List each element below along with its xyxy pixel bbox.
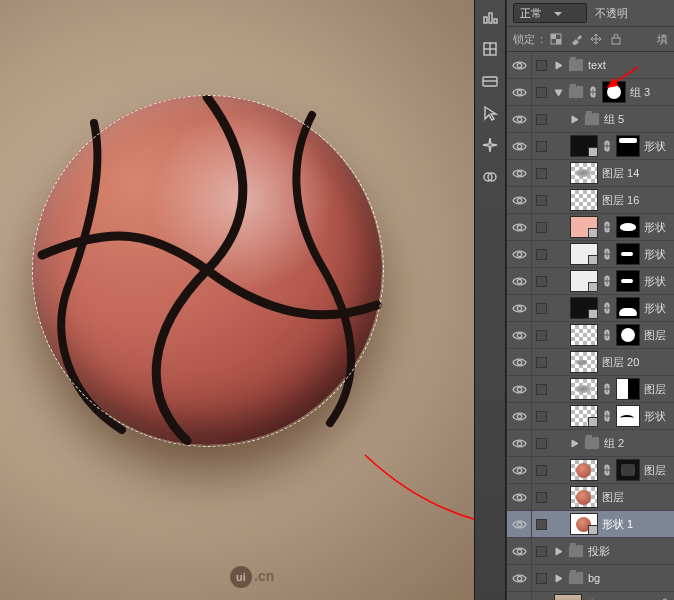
link-icon (602, 460, 612, 480)
visibility-eye-icon[interactable] (507, 187, 532, 213)
layer-row[interactable]: 形状 (507, 403, 674, 430)
layer-row[interactable]: 组 2 (507, 430, 674, 457)
layer-checkbox[interactable] (532, 303, 550, 314)
layer-checkbox[interactable] (532, 357, 550, 368)
disclosure-arrow-icon[interactable] (570, 114, 580, 124)
layer-checkbox[interactable] (532, 114, 550, 125)
layer-checkbox[interactable] (532, 87, 550, 98)
lock-move-icon[interactable] (588, 32, 603, 47)
mask-thumbnail (616, 243, 640, 265)
layer-thumbnail (570, 297, 598, 319)
visibility-eye-icon[interactable] (507, 430, 532, 456)
layer-checkbox[interactable] (532, 276, 550, 287)
svg-point-15 (517, 90, 521, 94)
layer-name: 形状 (644, 220, 666, 235)
layer-row[interactable]: 图层 16 (507, 187, 674, 214)
layer-row[interactable]: 投影 (507, 538, 674, 565)
visibility-eye-icon[interactable] (507, 52, 532, 78)
visibility-eye-icon[interactable] (507, 349, 532, 375)
visibility-eye-icon[interactable] (507, 403, 532, 429)
layer-checkbox[interactable] (532, 249, 550, 260)
dock-cursor-icon[interactable] (479, 102, 501, 124)
layer-row[interactable]: 图层 20 (507, 349, 674, 376)
visibility-eye-icon[interactable] (507, 592, 532, 600)
lock-all-icon[interactable] (608, 32, 623, 47)
layer-row[interactable]: bg (507, 565, 674, 592)
visibility-eye-icon[interactable] (507, 295, 532, 321)
layer-row[interactable]: 形状 (507, 295, 674, 322)
layer-checkbox[interactable] (532, 546, 550, 557)
layer-checkbox[interactable] (532, 519, 550, 530)
layers-list[interactable]: text组 3组 5形状图层 14图层 16形状形状形状形状图层图层 20图层形… (507, 52, 674, 600)
layer-checkbox[interactable] (532, 492, 550, 503)
visibility-eye-icon[interactable] (507, 106, 532, 132)
visibility-eye-icon[interactable] (507, 484, 532, 510)
layer-checkbox[interactable] (532, 222, 550, 233)
link-icon (602, 271, 612, 291)
layer-checkbox[interactable] (532, 168, 550, 179)
layer-name: 形状 (644, 139, 666, 154)
visibility-eye-icon[interactable] (507, 457, 532, 483)
svg-point-22 (517, 279, 521, 283)
layer-row[interactable]: 形状 (507, 241, 674, 268)
dock-sparkle-icon[interactable] (479, 134, 501, 156)
layer-name: 图层 14 (602, 166, 639, 181)
dock-histogram-icon[interactable] (479, 6, 501, 28)
visibility-eye-icon[interactable] (507, 241, 532, 267)
blend-mode-select[interactable]: 正常 (513, 3, 587, 23)
visibility-eye-icon[interactable] (507, 160, 532, 186)
layer-row[interactable]: 组 5 (507, 106, 674, 133)
layer-name: 组 2 (604, 436, 624, 451)
visibility-eye-icon[interactable] (507, 511, 532, 537)
layer-row[interactable]: 图层 (507, 322, 674, 349)
layer-row[interactable]: 图层 (507, 457, 674, 484)
layer-checkbox[interactable] (532, 330, 550, 341)
disclosure-arrow-icon[interactable] (554, 546, 564, 556)
layer-checkbox[interactable] (532, 60, 550, 71)
layer-row[interactable]: 组 3 (507, 79, 674, 106)
visibility-eye-icon[interactable] (507, 133, 532, 159)
canvas-area[interactable]: ui.cn (0, 0, 475, 600)
layer-content: bg (550, 565, 674, 591)
visibility-eye-icon[interactable] (507, 214, 532, 240)
layer-checkbox[interactable] (532, 573, 550, 584)
dock-color-icon[interactable] (479, 70, 501, 92)
svg-rect-2 (494, 19, 497, 23)
layer-row[interactable]: 形状 (507, 214, 674, 241)
dock-adjust-icon[interactable] (479, 166, 501, 188)
layer-content: 图层 14 (550, 160, 674, 186)
layer-row[interactable]: text (507, 52, 674, 79)
disclosure-arrow-icon[interactable] (554, 60, 564, 70)
layer-content: 形状 (550, 241, 674, 267)
dock-swatches-icon[interactable] (479, 38, 501, 60)
lock-transparent-icon[interactable] (548, 32, 563, 47)
layer-row[interactable]: 形状 1 (507, 511, 674, 538)
lock-brush-icon[interactable] (568, 32, 583, 47)
layer-content: text (550, 52, 674, 78)
visibility-eye-icon[interactable] (507, 538, 532, 564)
layer-checkbox[interactable] (532, 411, 550, 422)
visibility-eye-icon[interactable] (507, 376, 532, 402)
layer-row[interactable]: 图层 14 (507, 160, 674, 187)
visibility-eye-icon[interactable] (507, 565, 532, 591)
layer-row[interactable]: 形状 (507, 268, 674, 295)
visibility-eye-icon[interactable] (507, 79, 532, 105)
layer-row[interactable]: 图层 (507, 484, 674, 511)
visibility-eye-icon[interactable] (507, 322, 532, 348)
svg-point-30 (517, 495, 521, 499)
layer-content: 形状 (550, 268, 674, 294)
layer-checkbox[interactable] (532, 438, 550, 449)
disclosure-arrow-icon[interactable] (570, 438, 580, 448)
disclosure-arrow-icon[interactable] (554, 87, 564, 97)
layer-row[interactable]: 图层 (507, 376, 674, 403)
disclosure-arrow-icon[interactable] (554, 573, 564, 583)
layer-thumbnail (570, 486, 598, 508)
layer-checkbox[interactable] (532, 384, 550, 395)
layer-checkbox[interactable] (532, 465, 550, 476)
layer-row[interactable]: 形状 (507, 133, 674, 160)
layer-checkbox[interactable] (532, 141, 550, 152)
visibility-eye-icon[interactable] (507, 268, 532, 294)
layer-row[interactable]: 背景 (507, 592, 674, 600)
panel-dock (475, 0, 506, 600)
layer-checkbox[interactable] (532, 195, 550, 206)
